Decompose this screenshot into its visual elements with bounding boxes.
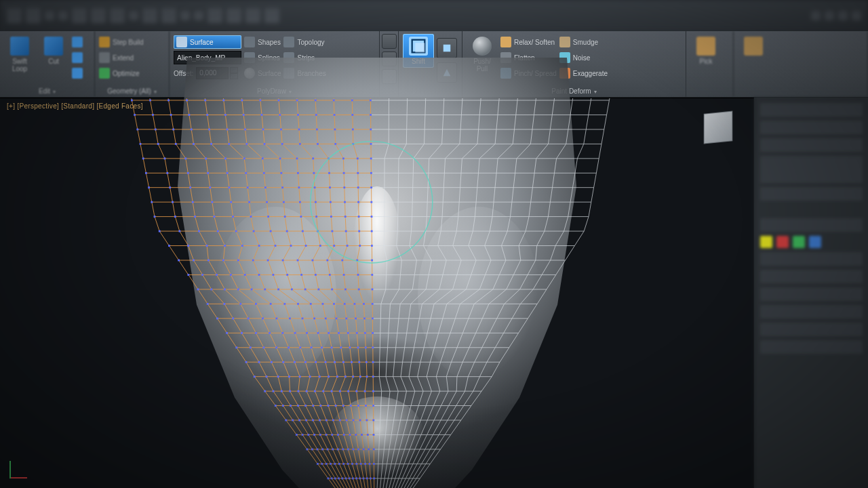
svg-rect-358 (334, 463, 336, 465)
model-wireframe (0, 98, 754, 488)
svg-rect-147 (224, 245, 226, 247)
shapes-button[interactable]: Shapes (244, 35, 281, 49)
svg-rect-297 (372, 390, 374, 392)
svg-rect-188 (224, 289, 226, 291)
svg-rect-336 (355, 434, 357, 436)
axis-gizmo[interactable] (9, 455, 33, 479)
svg-rect-240 (364, 332, 366, 334)
svg-rect-21 (189, 114, 191, 116)
topology-button[interactable]: Topology (283, 35, 326, 49)
svg-rect-126 (330, 216, 332, 218)
svg-rect-64 (224, 157, 226, 159)
swatch-green[interactable] (793, 236, 805, 248)
pick-button[interactable]: Pick (690, 34, 722, 68)
cut-button[interactable]: Cut (38, 34, 69, 68)
svg-rect-380 (370, 477, 372, 479)
svg-rect-55 (299, 143, 301, 145)
svg-rect-213 (372, 303, 374, 305)
svg-rect-208 (322, 303, 324, 305)
svg-rect-275 (309, 375, 311, 378)
svg-rect-7 (186, 100, 188, 102)
svg-rect-143 (371, 230, 373, 232)
svg-rect-328 (307, 434, 309, 436)
svg-rect-152 (305, 245, 307, 247)
svg-rect-325 (372, 420, 374, 422)
svg-rect-244 (263, 346, 265, 348)
surface-mode-button[interactable]: Surface (174, 35, 241, 49)
svg-rect-116 (154, 216, 156, 218)
svg-rect-282 (366, 375, 368, 378)
svg-rect-124 (300, 216, 302, 218)
svg-rect-356 (326, 463, 328, 465)
svg-rect-90 (189, 186, 191, 188)
svg-rect-318 (326, 420, 328, 422)
ribbon-caption-edit: Edit (39, 87, 50, 95)
svg-rect-353 (373, 449, 375, 451)
svg-rect-223 (336, 317, 338, 319)
svg-rect-130 (159, 230, 161, 232)
svg-rect-158 (178, 260, 180, 262)
svg-rect-369 (331, 477, 333, 479)
svg-rect-357 (330, 463, 332, 465)
swatch-yellow[interactable] (760, 236, 772, 248)
svg-rect-250 (331, 346, 333, 348)
svg-rect-232 (281, 332, 283, 334)
svg-rect-185 (371, 274, 373, 276)
svg-rect-251 (340, 346, 342, 348)
swiftloop-button[interactable]: Swift Loop (4, 34, 35, 75)
svg-rect-119 (214, 216, 216, 218)
svg-rect-278 (336, 375, 338, 378)
swatch-red[interactable] (776, 236, 789, 248)
svg-rect-175 (230, 274, 232, 276)
svg-rect-40 (280, 129, 282, 131)
svg-rect-57 (334, 143, 336, 145)
svg-rect-184 (357, 274, 359, 276)
stepbuild-button[interactable]: Step Build (99, 35, 144, 49)
swatch-blue[interactable] (809, 236, 821, 248)
shift-opt1-button[interactable] (437, 38, 457, 58)
svg-rect-258 (271, 361, 273, 363)
svg-rect-144 (168, 245, 170, 247)
relax-button[interactable]: Relax/ Soften (500, 35, 557, 49)
command-panel[interactable] (754, 98, 868, 488)
extend-button[interactable]: Extend (99, 51, 144, 64)
svg-rect-196 (331, 289, 333, 291)
svg-rect-361 (347, 463, 349, 465)
svg-rect-100 (357, 186, 359, 188)
axis-y-icon (9, 461, 11, 479)
svg-rect-264 (334, 361, 336, 363)
svg-rect-89 (169, 186, 171, 188)
color-swatches[interactable] (760, 236, 863, 248)
svg-rect-321 (346, 420, 348, 422)
svg-rect-83 (313, 172, 315, 174)
svg-rect-50 (210, 143, 212, 145)
svg-rect-313 (292, 420, 294, 422)
svg-rect-145 (187, 245, 189, 247)
svg-rect-102 (151, 201, 153, 203)
svg-rect-1 (415, 43, 425, 52)
viewport-3d[interactable]: [+] [Perspective] [Standard] [Edged Face… (0, 98, 754, 488)
optimize-button[interactable]: Optimize (99, 66, 144, 80)
svg-rect-340 (307, 449, 309, 451)
svg-rect-43 (334, 129, 336, 131)
toggle-a-button[interactable] (382, 34, 397, 49)
svg-rect-238 (347, 332, 349, 334)
svg-rect-47 (157, 143, 159, 145)
svg-rect-61 (164, 157, 166, 159)
svg-rect-193 (291, 289, 293, 291)
viewcube[interactable] (704, 111, 733, 144)
svg-rect-78 (226, 172, 229, 174)
svg-rect-373 (345, 477, 347, 479)
svg-rect-352 (368, 449, 370, 451)
svg-rect-339 (373, 434, 375, 436)
svg-rect-135 (253, 230, 255, 232)
smudge-button[interactable]: Smudge (559, 35, 608, 49)
svg-rect-53 (264, 143, 266, 145)
svg-rect-140 (332, 230, 334, 232)
svg-rect-262 (315, 361, 317, 363)
svg-rect-307 (342, 405, 344, 407)
svg-rect-176 (244, 274, 246, 276)
svg-rect-4 (131, 100, 133, 102)
svg-rect-235 (317, 332, 319, 334)
svg-rect-2 (443, 45, 451, 52)
